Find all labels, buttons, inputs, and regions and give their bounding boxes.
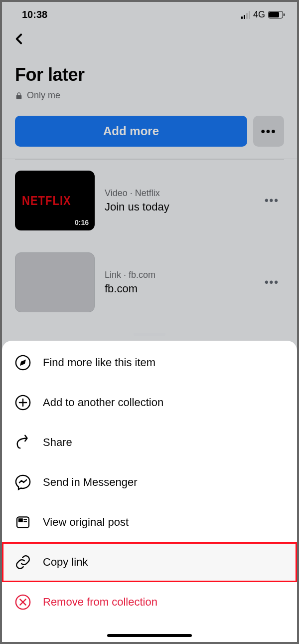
- sheet-label: Copy link: [43, 556, 88, 569]
- saved-item[interactable]: NETFLIX 0:16 Video · Netflix Join us tod…: [15, 160, 284, 241]
- sheet-share[interactable]: Share: [2, 423, 297, 462]
- link-icon: [14, 553, 32, 571]
- remove-circle-icon: [14, 593, 32, 611]
- lock-icon: [15, 92, 23, 100]
- netflix-logo: NETFLIX: [22, 193, 71, 209]
- sheet-label: Remove from collection: [43, 596, 157, 609]
- item-more-button[interactable]: •••: [260, 271, 284, 294]
- back-button[interactable]: [13, 31, 28, 46]
- network-label: 4G: [253, 9, 265, 20]
- item-more-button[interactable]: •••: [260, 189, 284, 212]
- collection-more-button[interactable]: •••: [253, 116, 284, 147]
- signal-icon: [241, 11, 250, 19]
- nav-bar: [2, 25, 297, 50]
- privacy-label: Only me: [27, 90, 60, 101]
- share-icon: [14, 433, 32, 451]
- battery-icon: [268, 11, 283, 18]
- saved-item[interactable]: Link · fb.com fb.com •••: [15, 241, 284, 323]
- compass-icon: [14, 354, 32, 372]
- sheet-add-collection[interactable]: Add to another collection: [2, 383, 297, 423]
- sheet-view-post[interactable]: View original post: [2, 502, 297, 542]
- item-title: fb.com: [105, 282, 250, 295]
- item-meta: Video · Netflix: [105, 188, 250, 199]
- post-icon: [14, 513, 32, 531]
- privacy-row[interactable]: Only me: [15, 90, 284, 101]
- svg-marker-1: [21, 361, 25, 365]
- status-time: 10:38: [22, 9, 47, 20]
- item-title: Join us today: [105, 201, 250, 214]
- sheet-messenger[interactable]: Send in Messenger: [2, 462, 297, 502]
- home-indicator[interactable]: [107, 634, 192, 637]
- sheet-label: Send in Messenger: [43, 476, 138, 489]
- item-meta: Link · fb.com: [105, 270, 250, 280]
- sheet-remove[interactable]: Remove from collection: [2, 582, 297, 622]
- sheet-find-more[interactable]: Find more like this item: [2, 343, 297, 383]
- sheet-copy-link[interactable]: Copy link: [2, 542, 297, 582]
- messenger-icon: [14, 473, 32, 491]
- page-header: For later Only me: [2, 50, 297, 106]
- sheet-label: Add to another collection: [43, 396, 163, 409]
- status-indicators: 4G: [241, 9, 283, 20]
- more-icon: •••: [261, 124, 276, 138]
- svg-rect-6: [19, 519, 22, 521]
- sheet-label: Share: [43, 436, 72, 449]
- action-sheet: Find more like this item Add to another …: [2, 341, 297, 642]
- add-more-button[interactable]: Add more: [15, 116, 247, 147]
- link-thumbnail: [15, 252, 95, 312]
- sheet-label: View original post: [43, 516, 129, 529]
- status-bar: 10:38 4G: [2, 2, 297, 25]
- page-title: For later: [15, 64, 284, 85]
- sheet-label: Find more like this item: [43, 356, 155, 369]
- video-thumbnail: NETFLIX 0:16: [15, 171, 95, 230]
- plus-circle-icon: [14, 394, 32, 412]
- sheet-grabber[interactable]: [134, 333, 165, 336]
- video-duration: 0:16: [72, 217, 92, 227]
